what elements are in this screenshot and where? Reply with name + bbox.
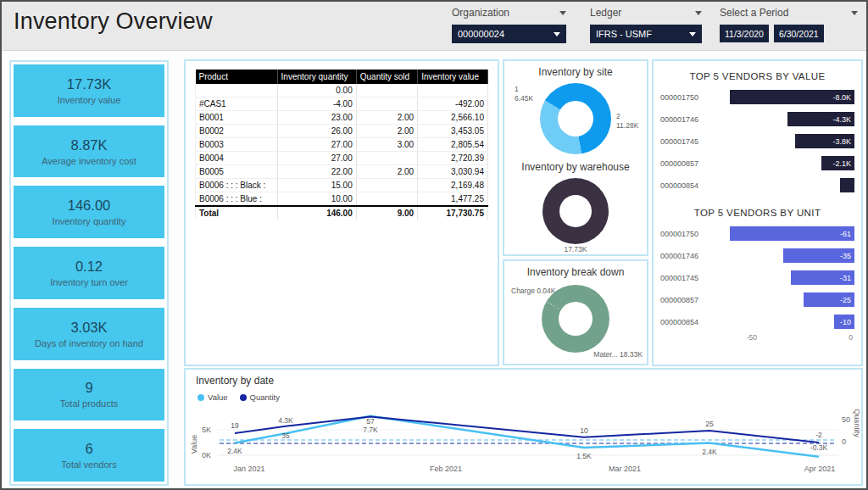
vendor-id-label: 000000857 [660, 296, 708, 304]
axis-tick: Mar 2021 [609, 465, 641, 473]
kpi-card-inventory-quantity[interactable]: 146.00Inventory quantity [14, 186, 164, 238]
chevron-down-icon[interactable] [851, 11, 858, 15]
data-label: 4.3K [278, 416, 293, 425]
legend-item-quantity[interactable]: Quantity [240, 393, 280, 402]
vendor-bar[interactable]: -2.1K [821, 156, 854, 170]
slice-label: Mater... 18.33K [593, 350, 643, 359]
legend-dot [240, 394, 247, 401]
ledger-dropdown[interactable]: IFRS - USMF [590, 25, 702, 43]
table-cell: 9.00 [356, 206, 417, 220]
kpi-label: Average inventory cost [42, 156, 136, 166]
period-end-input[interactable]: 6/30/2021 [774, 25, 824, 42]
data-label: 2.4K [702, 448, 717, 456]
table-cell: B0002 [196, 125, 278, 138]
bar-track: -10 [708, 315, 854, 329]
bar-value-label: -4.3K [832, 115, 851, 124]
kpi-card-total-vendors[interactable]: 6Total vendors [14, 429, 164, 482]
vendor-row: 000000857-25 [660, 292, 854, 307]
data-label: 10 [580, 426, 588, 435]
vendor-row: 000001745-31 [660, 270, 854, 285]
table-cell: #CAS1 [196, 97, 278, 111]
table-row[interactable]: B000226.002.003,453.05 [196, 125, 488, 138]
data-label: 19 [231, 421, 239, 430]
data-label: 1.5K [576, 452, 592, 460]
table-row[interactable]: B000327.003.002,805.54 [196, 138, 488, 152]
vendor-id-label: 000001750 [660, 93, 708, 102]
vendor-bar[interactable]: -35 [783, 248, 854, 263]
table-row[interactable]: B000522.002.003,030.94 [196, 165, 488, 179]
slice-label: 211.28K [616, 112, 638, 130]
column-header[interactable]: Inventory value [418, 70, 488, 84]
bar-value-label: -2.1K [832, 159, 851, 168]
column-header[interactable]: Quantity sold [356, 70, 417, 84]
table-row[interactable]: #CAS1-4.00-492.00 [196, 97, 488, 111]
period-start-input[interactable]: 11/3/2020 [720, 25, 769, 42]
table-cell: 15.00 [277, 179, 356, 192]
chevron-down-icon [554, 32, 560, 36]
filter-period: Select a Period 11/3/2020 6/30/2021 [720, 6, 858, 42]
kpi-card-average-inventory-cost[interactable]: 8.87KAverage inventory cost [14, 125, 164, 178]
kpi-card-inventory-turn-over[interactable]: 0.12Inventory turn over [14, 247, 164, 299]
filter-label: Ledger [590, 7, 621, 19]
inventory-by-site-donut[interactable] [540, 83, 611, 154]
kpi-card-days-of-inventory-on-hand[interactable]: 3.03KDays of inventory on hand [14, 308, 164, 360]
line-chart: 2.4K194.3K357.7K571.5K102.4K25-0.3K-2Jan… [186, 370, 861, 484]
table-row[interactable]: B000123.002.002,566.10 [196, 111, 488, 125]
inventory-by-warehouse-donut[interactable] [542, 178, 609, 244]
column-header[interactable]: Inventory quantity [277, 70, 356, 84]
axis-tick: 0K [202, 451, 211, 459]
table-row[interactable]: 0.00 [196, 84, 488, 97]
bar-track: -35 [708, 248, 854, 263]
vendor-bar[interactable] [840, 178, 854, 192]
table-cell: B0001 [196, 111, 278, 125]
chevron-down-icon[interactable] [559, 11, 566, 15]
table-cell: -492.00 [418, 97, 488, 111]
bar-value-label: -61 [840, 230, 851, 238]
vendor-bar[interactable]: -4.3K [787, 112, 854, 126]
vendor-bar[interactable]: -3.8K [795, 134, 854, 148]
bar-value-label: -25 [840, 296, 851, 304]
bar-track: -4.3K [708, 112, 854, 126]
table-row[interactable]: B0006 : : : Blue :10.001,477.25 [196, 192, 488, 207]
kpi-value: 6 [85, 441, 92, 457]
chevron-down-icon[interactable] [695, 11, 702, 15]
data-label: 57 [366, 417, 375, 426]
table-row[interactable]: B0006 : : : Black :15.002,169.48 [196, 179, 488, 192]
chart-title: Inventory by warehouse [504, 161, 647, 173]
slice-label: Charge 0.04K [511, 287, 555, 296]
bar-value-label: -35 [840, 252, 851, 260]
organization-dropdown[interactable]: 000000024 [452, 25, 566, 43]
table-cell: -4.00 [277, 97, 356, 111]
vendor-bar[interactable]: -61 [730, 226, 854, 241]
table-total-row: Total146.009.0017,730.75 [196, 206, 488, 220]
table-cell: Total [196, 206, 278, 220]
vendor-id-label: 000000854 [660, 318, 708, 326]
kpi-card-inventory-value[interactable]: 17.73KInventory value [14, 64, 164, 117]
chart-title: Inventory by site [504, 66, 647, 78]
table-cell: 1,477.25 [418, 192, 488, 207]
legend-label: Value [208, 393, 228, 402]
column-header[interactable]: Product [196, 70, 278, 84]
break-down-panel: Inventory break down Charge 0.04K Mater.… [503, 259, 648, 365]
table-cell: 2,566.10 [418, 111, 488, 125]
table-cell: 27.00 [277, 138, 356, 152]
vendor-bar[interactable]: -25 [804, 292, 854, 307]
table-cell: 2,169.48 [418, 179, 488, 192]
kpi-card-total-products[interactable]: 9Total products [14, 369, 164, 421]
vendor-bar[interactable]: -31 [791, 270, 854, 285]
bar-track: -31 [708, 270, 854, 285]
table-cell [356, 97, 417, 111]
kpi-label: Inventory turn over [50, 277, 128, 287]
axis-tick: Jan 2021 [233, 465, 264, 473]
vendor-bar[interactable]: -10 [834, 315, 854, 329]
kpi-value: 3.03K [70, 320, 107, 336]
legend-item-value[interactable]: Value [198, 393, 228, 402]
table-cell: B0003 [196, 138, 278, 152]
y-axis-title: Value [190, 435, 198, 454]
table-cell: 2.00 [356, 111, 417, 125]
table-cell: 2,805.54 [418, 138, 488, 152]
table-row[interactable]: B000427.002,720.39 [196, 152, 488, 165]
kpi-value: 0.12 [75, 259, 103, 275]
data-label: 7.7K [363, 426, 378, 434]
vendor-bar[interactable]: -8.0K [730, 90, 854, 104]
